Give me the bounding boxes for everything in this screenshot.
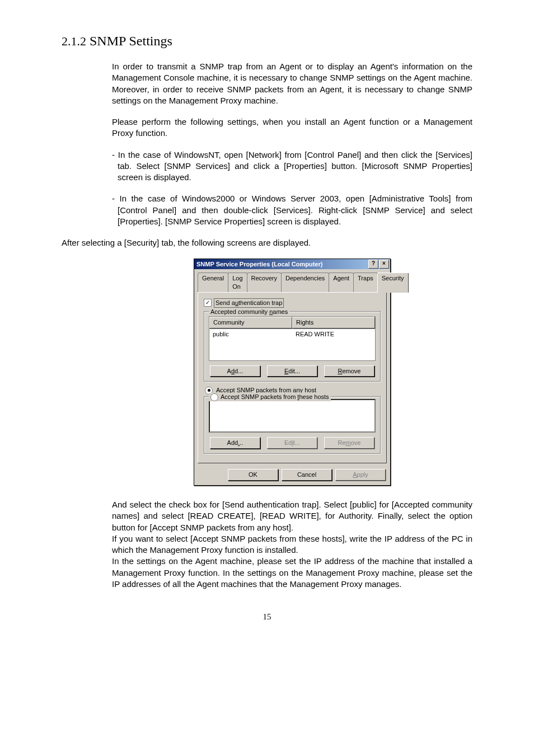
group-legend: Accepted community names	[209, 308, 289, 316]
hosts-list[interactable]	[209, 399, 376, 433]
tab-general[interactable]: General	[198, 273, 228, 292]
close-button[interactable]: ×	[379, 260, 389, 269]
radio-these-label: Accept SNMP packets from these hosts	[221, 393, 329, 401]
tab-logon[interactable]: Log On	[228, 273, 247, 292]
community-list-header: Community Rights	[209, 316, 376, 329]
hosts-edit-button: Edit...	[267, 437, 317, 449]
radio-icon	[210, 393, 218, 401]
section-title: SNMP Settings	[90, 34, 172, 48]
ok-button[interactable]: OK	[228, 469, 278, 481]
col-rights: Rights	[292, 317, 375, 328]
community-list[interactable]: public READ WRITE	[209, 329, 376, 361]
dialog-snmp-properties: SNMP Service Properties (Local Computer)…	[194, 259, 391, 486]
paragraph: If you want to select [Accept SNMP packe…	[112, 533, 472, 556]
tab-dependencies[interactable]: Dependencies	[281, 273, 329, 292]
cell-rights: READ WRITE	[292, 329, 375, 360]
tab-strip: General Log On Recovery Dependencies Age…	[194, 269, 390, 292]
help-button[interactable]: ?	[368, 260, 378, 269]
tab-traps[interactable]: Traps	[353, 273, 378, 292]
radio-these-hosts[interactable]: Accept SNMP packets from these hosts	[209, 393, 331, 401]
dialog-titlebar: SNMP Service Properties (Local Computer)…	[194, 259, 390, 269]
cancel-button[interactable]: Cancel	[282, 469, 332, 481]
cell-community: public	[209, 329, 292, 360]
paragraph: Please perform the following settings, w…	[112, 116, 472, 139]
accept-these-hosts-group: Accept SNMP packets from these hosts Add…	[204, 396, 381, 454]
section-number: 2.1.2	[62, 34, 86, 48]
page-number: 15	[62, 612, 472, 622]
paragraph: After selecting a [Security] tab, the fo…	[62, 237, 472, 248]
col-community: Community	[209, 317, 292, 328]
tab-agent[interactable]: Agent	[329, 273, 354, 292]
apply-button: Apply	[335, 469, 386, 481]
community-edit-button[interactable]: Edit...	[267, 365, 317, 377]
tab-recovery[interactable]: Recovery	[247, 273, 282, 292]
tab-panel-security: ✓ Send authentication trap Accepted comm…	[198, 292, 387, 463]
hosts-add-button[interactable]: Add...	[210, 437, 260, 449]
accepted-community-group: Accepted community names Community Right…	[204, 311, 381, 382]
send-auth-trap-label: Send authentication trap	[214, 298, 284, 308]
hosts-remove-button: Remove	[324, 437, 374, 449]
tab-security[interactable]: Security	[377, 273, 409, 293]
paragraph: In the settings on the Agent machine, pl…	[112, 556, 472, 590]
community-remove-button[interactable]: Remove	[324, 365, 374, 377]
community-add-button[interactable]: Add...	[210, 365, 260, 377]
paragraph: And select the check box for [Send authe…	[112, 499, 472, 533]
send-auth-trap-checkbox[interactable]: ✓	[204, 299, 212, 307]
bullet-item: - In the case of WindowsNT, open [Networ…	[112, 149, 472, 184]
dialog-title: SNMP Service Properties (Local Computer)	[196, 260, 322, 269]
section-heading: 2.1.2 SNMP Settings	[62, 34, 472, 49]
paragraph: In order to transmit a SNMP trap from an…	[112, 61, 472, 106]
bullet-item: - In the case of Windows2000 or Windows …	[112, 193, 472, 227]
